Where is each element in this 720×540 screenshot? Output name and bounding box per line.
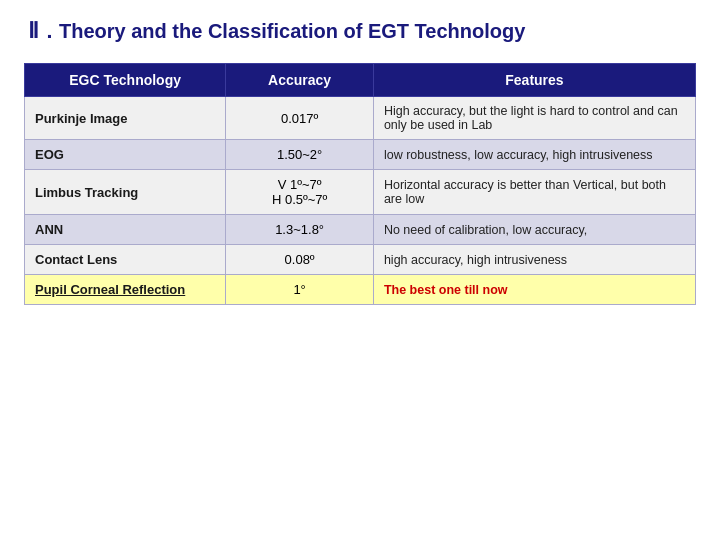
egt-table: EGC Technology Accuracy Features Purkinj… bbox=[24, 63, 696, 305]
header-accuracy: Accuracy bbox=[226, 64, 374, 97]
table-row: Contact Lens0.08ºhigh accuracy, high int… bbox=[25, 245, 696, 275]
cell-accuracy: 1° bbox=[226, 275, 374, 305]
page-title: Ⅱ．Theory and the Classification of EGT T… bbox=[24, 18, 696, 45]
cell-features: Horizontal accuracy is better than Verti… bbox=[373, 170, 695, 215]
table-row: Pupil Corneal Reflection1°The best one t… bbox=[25, 275, 696, 305]
cell-accuracy: 0.017º bbox=[226, 97, 374, 140]
cell-features: low robustness, low accuracy, high intru… bbox=[373, 140, 695, 170]
cell-features: High accuracy, but the light is hard to … bbox=[373, 97, 695, 140]
cell-tech: Contact Lens bbox=[25, 245, 226, 275]
header-features: Features bbox=[373, 64, 695, 97]
cell-features: high accuracy, high intrusiveness bbox=[373, 245, 695, 275]
cell-tech: Purkinje Image bbox=[25, 97, 226, 140]
cell-accuracy: 1.50~2° bbox=[226, 140, 374, 170]
table-row: Limbus TrackingV 1º~7ºH 0.5º~7ºHorizonta… bbox=[25, 170, 696, 215]
cell-features: The best one till now bbox=[373, 275, 695, 305]
cell-tech: EOG bbox=[25, 140, 226, 170]
page: Ⅱ．Theory and the Classification of EGT T… bbox=[0, 0, 720, 540]
cell-accuracy: V 1º~7ºH 0.5º~7º bbox=[226, 170, 374, 215]
table-row: ANN1.3~1.8°No need of calibration, low a… bbox=[25, 215, 696, 245]
cell-tech: Pupil Corneal Reflection bbox=[25, 275, 226, 305]
cell-tech: ANN bbox=[25, 215, 226, 245]
header-tech: EGC Technology bbox=[25, 64, 226, 97]
cell-accuracy: 0.08º bbox=[226, 245, 374, 275]
cell-accuracy: 1.3~1.8° bbox=[226, 215, 374, 245]
title-text: ．Theory and the Classification of EGT Te… bbox=[39, 20, 525, 42]
table-header-row: EGC Technology Accuracy Features bbox=[25, 64, 696, 97]
cell-tech: Limbus Tracking bbox=[25, 170, 226, 215]
cell-features: No need of calibration, low accuracy, bbox=[373, 215, 695, 245]
table-row: Purkinje Image0.017ºHigh accuracy, but t… bbox=[25, 97, 696, 140]
title-roman: Ⅱ bbox=[28, 18, 39, 43]
table-row: EOG1.50~2°low robustness, low accuracy, … bbox=[25, 140, 696, 170]
